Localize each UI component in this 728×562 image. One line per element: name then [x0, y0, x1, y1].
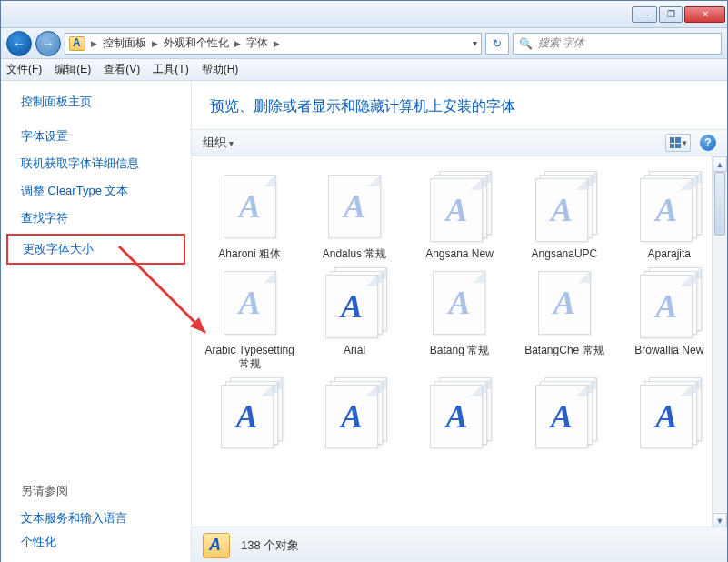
font-item[interactable]: AAA — [304, 377, 404, 454]
menu-tools[interactable]: 工具(T) — [153, 62, 188, 77]
font-thumb: AAA — [532, 377, 597, 448]
font-item[interactable]: AAharoni 粗体 — [199, 171, 300, 262]
font-item[interactable]: ABatangChe 常规 — [514, 267, 614, 372]
font-item[interactable]: AArabic Typesetting 常规 — [199, 267, 300, 372]
search-input[interactable]: 🔍 搜索 字体 — [513, 33, 722, 55]
font-label: Andalus 常规 — [323, 247, 387, 262]
sidebar-link[interactable]: 查找字符 — [21, 205, 171, 232]
font-item[interactable]: AAA — [409, 377, 510, 454]
titlebar: — ❐ ✕ — [1, 1, 727, 28]
see-also-heading: 另请参阅 — [1, 483, 191, 507]
organize-button[interactable]: 组织 — [203, 135, 234, 151]
sidebar: 控制面板主页 字体设置 联机获取字体详细信息 调整 ClearType 文本 查… — [1, 81, 192, 562]
control-panel-home-link[interactable]: 控制面板主页 — [21, 94, 171, 110]
font-thumb: AAA — [532, 171, 597, 242]
refresh-button[interactable]: ↻ — [485, 33, 509, 55]
font-item[interactable]: AAA — [199, 377, 300, 454]
menubar: 文件(F) 编辑(E) 查看(V) 工具(T) 帮助(H) — [1, 59, 727, 81]
font-grid-container: AAharoni 粗体AAndalus 常规AAAAngsana NewAAAA… — [192, 156, 727, 562]
thumbnails-icon — [670, 137, 681, 148]
breadcrumb[interactable]: 字体 — [246, 35, 268, 51]
font-thumb: AAA — [426, 377, 492, 448]
chevron-down-icon: ▾ — [683, 138, 687, 147]
font-label: Browallia New — [634, 344, 703, 358]
font-label: Aharoni 粗体 — [218, 247, 281, 262]
toolbar: 组织 ▾ ? — [192, 129, 727, 156]
sidebar-link[interactable]: 字体设置 — [21, 123, 171, 150]
sidebar-link[interactable]: 调整 ClearType 文本 — [21, 177, 171, 205]
font-label: BatangChe 常规 — [524, 344, 603, 358]
font-label: Arial — [344, 344, 365, 358]
font-thumb: A — [217, 171, 283, 242]
font-label: Aparajita — [648, 247, 691, 262]
window: — ❐ ✕ ← → ▶ 控制面板 ▶ 外观和个性化 ▶ 字体 ▶ ▾ ↻ 🔍 搜… — [0, 0, 728, 562]
sidebar-footer-link[interactable]: 文本服务和输入语言 — [1, 507, 191, 530]
chevron-right-icon: ▶ — [234, 39, 241, 48]
font-thumb: A — [532, 267, 597, 338]
address-bar[interactable]: ▶ 控制面板 ▶ 外观和个性化 ▶ 字体 ▶ ▾ — [65, 33, 482, 55]
font-item[interactable]: AAA — [514, 377, 614, 454]
font-label: Batang 常规 — [430, 344, 489, 358]
font-item[interactable]: AAndalus 常规 — [304, 171, 404, 262]
menu-view[interactable]: 查看(V) — [104, 62, 140, 77]
object-count: 138 个对象 — [241, 537, 299, 554]
view-options-button[interactable]: ▾ — [665, 134, 691, 152]
fade-overlay — [192, 505, 714, 528]
main-panel: 预览、删除或者显示和隐藏计算机上安装的字体 组织 ▾ ? AAharoni 粗体… — [192, 81, 727, 562]
status-bar: 138 个对象 — [192, 527, 727, 562]
chevron-right-icon: ▶ — [91, 39, 97, 48]
help-button[interactable]: ? — [700, 135, 716, 151]
navbar: ← → ▶ 控制面板 ▶ 外观和个性化 ▶ 字体 ▶ ▾ ↻ 🔍 搜索 字体 — [1, 28, 727, 59]
font-item[interactable]: ABatang 常规 — [409, 267, 510, 372]
font-thumb: AAA — [636, 267, 702, 338]
font-thumb: AAA — [217, 377, 283, 448]
font-label: Arabic Typesetting 常规 — [204, 344, 295, 372]
font-thumb: AAA — [322, 377, 387, 448]
body: 控制面板主页 字体设置 联机获取字体详细信息 调整 ClearType 文本 查… — [1, 81, 727, 562]
font-thumb: AAA — [636, 377, 702, 448]
breadcrumb[interactable]: 控制面板 — [103, 35, 146, 51]
close-button[interactable]: ✕ — [684, 6, 725, 23]
forward-button[interactable]: → — [35, 31, 61, 56]
font-thumb: AAA — [426, 171, 492, 242]
dropdown-icon[interactable]: ▾ — [473, 38, 477, 48]
change-font-size-link[interactable]: 更改字体大小 — [23, 239, 169, 259]
font-thumb: A — [426, 267, 492, 338]
font-label: AngsanaUPC — [532, 247, 598, 262]
font-item[interactable]: AAAAngsanaUPC — [514, 171, 614, 262]
font-thumb: A — [217, 267, 283, 338]
sidebar-link[interactable]: 联机获取字体详细信息 — [21, 150, 171, 177]
vertical-scrollbar[interactable]: ▲ ▼ — [712, 156, 727, 528]
font-thumb: A — [322, 171, 387, 242]
scroll-up-button[interactable]: ▲ — [713, 156, 727, 172]
chevron-right-icon: ▶ — [274, 39, 280, 48]
search-icon: 🔍 — [519, 37, 533, 50]
back-button[interactable]: ← — [6, 31, 32, 56]
menu-file[interactable]: 文件(F) — [6, 62, 42, 77]
page-title: 预览、删除或者显示和隐藏计算机上安装的字体 — [192, 81, 727, 129]
minimize-button[interactable]: — — [632, 6, 657, 23]
font-label: Angsana New — [425, 247, 494, 262]
breadcrumb[interactable]: 外观和个性化 — [164, 35, 229, 51]
search-placeholder: 搜索 字体 — [538, 35, 584, 51]
font-grid: AAharoni 粗体AAndalus 常规AAAAngsana NewAAAA… — [192, 156, 727, 454]
folder-icon — [69, 36, 85, 51]
chevron-right-icon: ▶ — [152, 39, 158, 48]
menu-help[interactable]: 帮助(H) — [202, 62, 239, 77]
fonts-folder-icon — [203, 533, 230, 558]
font-thumb: AAA — [322, 267, 387, 338]
font-thumb: AAA — [636, 171, 702, 242]
font-item[interactable]: AAA — [619, 377, 720, 454]
font-item[interactable]: AAAArial — [304, 267, 404, 372]
scroll-thumb[interactable] — [714, 172, 725, 236]
menu-edit[interactable]: 编辑(E) — [55, 62, 91, 77]
font-item[interactable]: AAAAparajita — [619, 171, 720, 262]
sidebar-footer-link[interactable]: 个性化 — [1, 530, 191, 554]
highlighted-link-box: 更改字体大小 — [6, 234, 185, 265]
font-item[interactable]: AAAAngsana New — [409, 171, 510, 262]
font-item[interactable]: AAABrowallia New — [619, 267, 720, 372]
maximize-button[interactable]: ❐ — [659, 6, 683, 23]
